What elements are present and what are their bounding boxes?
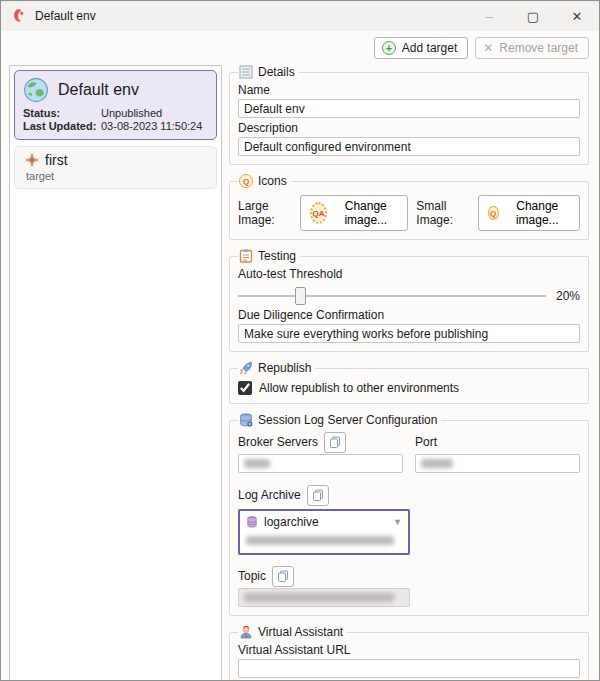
slider-handle[interactable] xyxy=(295,287,306,305)
virtual-assistant-legend: Virtual Assistant xyxy=(258,625,343,639)
auto-test-threshold-slider[interactable] xyxy=(238,287,546,305)
remove-target-button[interactable]: ✕ Remove target xyxy=(475,37,589,59)
last-updated-value: 03-08-2023 11:50:24 xyxy=(101,120,208,132)
icons-legend: Icons xyxy=(258,174,287,188)
app-icon xyxy=(11,8,27,24)
chevron-down-icon: ▼ xyxy=(393,517,402,527)
description-input[interactable] xyxy=(238,137,580,156)
target-list-item[interactable]: first target xyxy=(14,146,217,189)
log-archive-copy-button[interactable] xyxy=(307,485,329,506)
icons-section: Q Icons Large Image: QA Change image... … xyxy=(229,174,589,240)
target-name: first xyxy=(45,152,68,168)
republish-icon xyxy=(239,361,253,375)
icons-section-icon: Q xyxy=(239,174,253,188)
name-input[interactable] xyxy=(238,99,580,118)
topic-input xyxy=(238,588,410,607)
environment-card-selected[interactable]: Default env Status: Unpublished Last Upd… xyxy=(14,70,217,140)
environment-name: Default env xyxy=(58,81,139,99)
copy-icon xyxy=(277,570,289,582)
change-large-image-button[interactable]: QA Change image... xyxy=(300,195,408,231)
broker-servers-label: Broker Servers xyxy=(238,435,318,449)
session-log-legend: Session Log Server Configuration xyxy=(258,413,437,427)
environment-dialog: Default env – ▢ ✕ + Add target ✕ Remove … xyxy=(0,0,600,681)
port-input[interactable] xyxy=(415,454,580,473)
titlebar: Default env – ▢ ✕ xyxy=(1,1,599,31)
target-icon xyxy=(25,153,39,167)
broker-servers-copy-button[interactable] xyxy=(324,432,346,453)
redacted-value xyxy=(244,459,270,468)
maximize-button[interactable]: ▢ xyxy=(511,1,555,31)
small-image-label: Small Image: xyxy=(416,199,469,227)
threshold-percent: 20% xyxy=(556,289,580,303)
broker-servers-input[interactable] xyxy=(238,454,403,473)
testing-legend: Testing xyxy=(258,249,296,263)
details-section: Details Name Description xyxy=(229,65,589,165)
allow-republish-label: Allow republish to other environments xyxy=(259,381,459,395)
details-legend: Details xyxy=(258,65,295,79)
name-label: Name xyxy=(238,83,580,97)
main-row: Default env Status: Unpublished Last Upd… xyxy=(9,65,589,681)
target-toolbar: + Add target ✕ Remove target xyxy=(9,37,589,59)
plus-icon: + xyxy=(382,41,396,55)
port-label: Port xyxy=(415,435,437,449)
description-label: Description xyxy=(238,121,580,135)
status-value: Unpublished xyxy=(101,107,208,119)
redacted-value xyxy=(246,536,394,545)
close-button[interactable]: ✕ xyxy=(555,1,599,31)
copy-icon xyxy=(329,436,341,448)
due-diligence-input[interactable] xyxy=(238,324,580,343)
topic-copy-button[interactable] xyxy=(272,566,294,587)
window-title: Default env xyxy=(35,9,467,23)
copy-icon xyxy=(312,489,324,501)
target-type: target xyxy=(26,170,208,182)
log-archive-label: Log Archive xyxy=(238,488,301,502)
virtual-assistant-icon xyxy=(239,625,253,639)
redacted-value xyxy=(244,593,394,602)
add-target-button[interactable]: + Add target xyxy=(374,37,468,59)
last-updated-label: Last Updated: xyxy=(23,120,101,132)
topic-label: Topic xyxy=(238,569,266,583)
large-image-label: Large Image: xyxy=(238,199,292,227)
globe-icon xyxy=(23,77,49,103)
form-column: Details Name Description Q Icons Large I… xyxy=(229,65,589,681)
due-diligence-label: Due Diligence Confirmation xyxy=(238,308,580,322)
virtual-assistant-section: Virtual Assistant Virtual Assistant URL xyxy=(229,625,589,681)
auto-test-threshold-label: Auto-test Threshold xyxy=(238,267,580,281)
purple-database-icon xyxy=(246,516,258,528)
republish-legend: Republish xyxy=(258,361,311,375)
x-icon: ✕ xyxy=(483,41,493,55)
minimize-button[interactable]: – xyxy=(467,1,511,31)
details-icon xyxy=(239,65,253,79)
change-small-image-button[interactable]: Q Change image... xyxy=(478,195,580,231)
virtual-assistant-url-label: Virtual Assistant URL xyxy=(238,643,580,657)
virtual-assistant-url-input[interactable] xyxy=(238,659,580,678)
small-image-badge-icon: Q xyxy=(488,206,499,220)
testing-section: Testing Auto-test Threshold 20% Due Dili… xyxy=(229,249,589,352)
dialog-content: + Add target ✕ Remove target xyxy=(1,31,599,681)
allow-republish-checkbox[interactable] xyxy=(238,381,252,395)
testing-icon xyxy=(239,249,253,263)
log-archive-value: logarchive xyxy=(264,515,319,529)
database-icon xyxy=(239,413,253,427)
republish-section: Republish Allow republish to other envir… xyxy=(229,361,589,404)
environment-list: Default env Status: Unpublished Last Upd… xyxy=(9,65,222,681)
status-label: Status: xyxy=(23,107,101,119)
large-image-badge-icon: QA xyxy=(310,202,327,224)
session-log-section: Session Log Server Configuration Broker … xyxy=(229,413,589,616)
redacted-value xyxy=(421,459,453,468)
log-archive-dropdown[interactable]: logarchive ▼ xyxy=(238,509,410,555)
